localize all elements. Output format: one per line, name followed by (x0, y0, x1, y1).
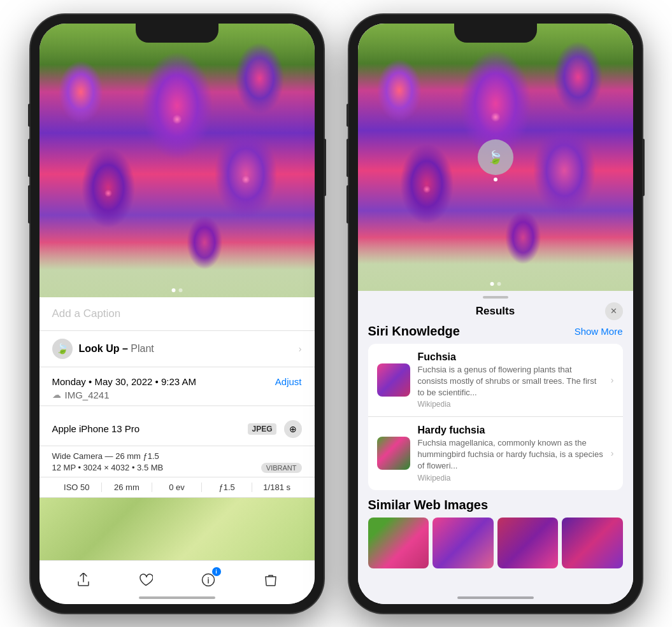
date-row: Monday • May 30, 2022 • 9:23 AM Adjust (52, 376, 302, 387)
right-page-dots (490, 282, 501, 286)
visual-lookup-button[interactable]: 🍃 (478, 139, 513, 175)
leaf-icon: 🍃 (56, 342, 69, 355)
location-icon[interactable]: ⊕ (284, 420, 302, 438)
exif-focal: 26 mm (102, 483, 152, 492)
home-indicator-left (139, 596, 215, 599)
similar-image-3[interactable] (497, 518, 559, 568)
camera-line2: 12 MP • 3024 × 4032 • 3.5 MB VIBRANT (52, 463, 302, 473)
similar-image-4[interactable] (562, 518, 623, 568)
fuchsia-thumb-bg (377, 363, 410, 397)
dot-1 (171, 288, 175, 292)
filename-text: IMG_4241 (65, 390, 110, 400)
adjust-button[interactable]: Adjust (275, 376, 302, 387)
dot-2 (178, 288, 182, 292)
results-scroll[interactable]: Siri Knowledge Show More Fuchsia (358, 324, 633, 604)
results-close-button[interactable]: ✕ (605, 302, 623, 320)
fuchsia-desc: Fuchsia is a genus of flowering plants t… (418, 364, 603, 399)
device-section: Apple iPhone 13 Pro JPEG ⊕ Wide Camera —… (39, 412, 315, 498)
results-title: Results (476, 305, 515, 318)
date-text: Monday • May 30, 2022 • 9:23 AM (52, 376, 196, 387)
left-phone: Add a Caption 🍃 Look Up – Plant › Monday… (31, 15, 324, 613)
delete-button[interactable] (259, 568, 282, 591)
siri-knowledge-section: Siri Knowledge Show More Fuchsia (368, 324, 623, 490)
right-phone-screen: 🍃 Results ✕ (358, 24, 633, 604)
flower-photo-left[interactable] (39, 24, 315, 297)
visual-lookup-dot (494, 178, 497, 181)
info-badge: i (212, 567, 221, 576)
hardy-thumbnail (377, 437, 410, 470)
hardy-name: Hardy fuchsia (418, 425, 603, 436)
like-button[interactable] (134, 568, 157, 591)
share-button[interactable] (72, 568, 95, 591)
knowledge-card: Fuchsia Fuchsia is a genus of flowering … (368, 344, 623, 490)
left-content: Add a Caption 🍃 Look Up – Plant › Monday… (39, 24, 315, 604)
cloud-icon: ☁ (52, 390, 61, 400)
exif-ev: 0 ev (152, 483, 203, 492)
right-dot-1 (490, 282, 494, 286)
lookup-row[interactable]: 🍃 Look Up – Plant › (39, 331, 315, 367)
exif-aperture: ƒ1.5 (202, 483, 252, 492)
filename-row: ☁ IMG_4241 (52, 390, 302, 400)
fuchsia-source: Wikipedia (418, 400, 603, 409)
map-background (39, 498, 315, 560)
fuchsia-name: Fuchsia (418, 351, 603, 363)
caption-placeholder: Add a Caption (52, 307, 121, 320)
volume-down-button (28, 185, 31, 223)
lookup-label: Look Up – Plant (79, 343, 154, 355)
photo-page-dots (171, 288, 182, 292)
volume-up-button (28, 139, 31, 177)
volume-down-right (347, 185, 349, 223)
map-section[interactable] (39, 498, 315, 560)
exif-shutter: 1/181 s (252, 483, 302, 492)
fuchsia-chevron: › (611, 375, 614, 385)
right-phone: 🍃 Results ✕ (349, 15, 642, 613)
exif-row: ISO 50 26 mm 0 ev ƒ1.5 1/181 s (39, 477, 315, 498)
home-indicator-right (457, 596, 534, 599)
siri-knowledge-header: Siri Knowledge Show More (368, 324, 623, 339)
similar-images-grid (368, 518, 623, 568)
similar-image-1[interactable] (368, 518, 429, 568)
camera-line1: Wide Camera — 26 mm ƒ1.5 (52, 451, 302, 461)
mute-button (28, 104, 31, 127)
hardy-thumb-bg (377, 437, 410, 470)
mute-button-right (347, 104, 349, 127)
fuchsia-thumbnail (377, 363, 410, 397)
exif-iso: ISO 50 (52, 483, 103, 492)
right-content: 🍃 Results ✕ (358, 24, 633, 604)
hardy-text: Hardy fuchsia Fuchsia magellanica, commo… (418, 425, 603, 483)
power-button-left (324, 139, 326, 196)
fuchsia-text: Fuchsia Fuchsia is a genus of flowering … (418, 351, 603, 409)
results-panel: Results ✕ Siri Knowledge Show More (358, 291, 633, 604)
flower-photo-right[interactable]: 🍃 (358, 24, 633, 291)
caption-field[interactable]: Add a Caption (39, 297, 315, 331)
similar-image-2[interactable] (433, 518, 494, 568)
device-header: Apple iPhone 13 Pro JPEG ⊕ (39, 412, 315, 446)
hardy-fuchsia-item[interactable]: Hardy fuchsia Fuchsia magellanica, commo… (368, 417, 623, 490)
similar-web-images-section: Similar Web Images (368, 498, 623, 568)
visual-lookup-leaf-icon: 🍃 (487, 150, 503, 165)
notch-left (136, 24, 218, 43)
info-button[interactable]: i (197, 568, 220, 591)
camera-specs: Wide Camera — 26 mm ƒ1.5 12 MP • 3024 × … (39, 446, 315, 477)
power-button-right (642, 139, 645, 196)
jpeg-badge: JPEG (248, 423, 276, 435)
hardy-chevron: › (611, 448, 614, 458)
hardy-source: Wikipedia (418, 474, 603, 483)
volume-up-right (347, 139, 349, 177)
lookup-icon: 🍃 (52, 339, 73, 359)
similar-web-images-title: Similar Web Images (368, 498, 623, 512)
date-section: Monday • May 30, 2022 • 9:23 AM Adjust ☁… (39, 367, 315, 406)
right-dot-2 (497, 282, 501, 286)
results-header: Results ✕ (358, 299, 633, 324)
vibrant-badge: VIBRANT (261, 463, 302, 473)
show-more-button[interactable]: Show More (575, 326, 623, 337)
device-name: Apple iPhone 13 Pro (52, 423, 140, 434)
siri-knowledge-title: Siri Knowledge (368, 324, 460, 339)
hardy-desc: Fuchsia magellanica, commonly known as t… (418, 437, 603, 472)
notch-right (454, 24, 537, 43)
fuchsia-item[interactable]: Fuchsia Fuchsia is a genus of flowering … (368, 344, 623, 418)
left-phone-screen: Add a Caption 🍃 Look Up – Plant › Monday… (39, 24, 315, 604)
lookup-chevron: › (299, 344, 302, 354)
